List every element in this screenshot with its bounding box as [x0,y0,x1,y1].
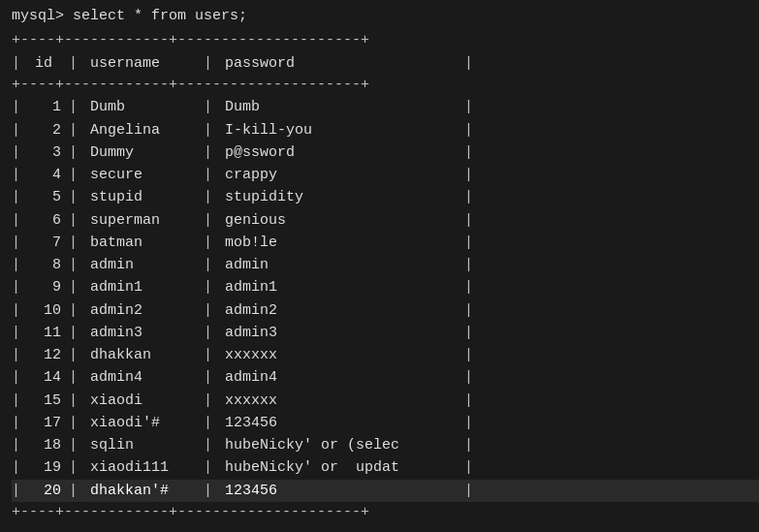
terminal-window: mysql> select * from users; +----+------… [8,8,759,523]
sep4: | [464,186,473,208]
table-row: | 6| superman | genious| [12,209,759,232]
cell-username: Dummy [78,141,204,164]
sep4: | [464,366,473,389]
sep3: | [204,366,212,389]
cell-id: 17 [20,412,69,434]
sep4: | [464,254,473,276]
cell-username: sqlin [78,434,204,456]
sep1: | [12,164,20,186]
header-id: id [20,52,69,75]
sep1: | [12,254,20,276]
sep1: | [12,344,20,366]
cell-password: 123456 [212,412,464,434]
sep2: | [69,390,78,412]
cell-password: hubeNicky' or updat [212,456,464,479]
table-row: |19| xiaodi111 | hubeNicky' or updat| [12,456,759,479]
sep2: | [69,344,78,366]
sep4: | [464,141,473,164]
cell-password: hubeNicky' or (selec [212,434,464,456]
cell-username: admin2 [78,299,204,322]
cell-username: admin4 [78,366,204,389]
cell-username: admin [78,254,204,276]
sep4: | [464,119,473,141]
sep3: | [204,254,212,276]
query-result-table: +----+------------+---------------------… [8,30,759,523]
table-row: |10| admin2 | admin2| [12,299,759,322]
cell-password: 123456 [212,480,464,502]
sep2: | [69,232,78,254]
cell-username: admin1 [78,276,204,298]
table-row: | 5| stupid | stupidity| [12,186,759,208]
sep3: | [204,456,212,479]
table-row: | 8| admin | admin| [12,254,759,276]
table-row: |17| xiaodi'# | 123456| [12,412,759,434]
sep1: | [12,480,20,502]
sep3: | [204,276,212,298]
sep2: | [69,276,78,298]
cell-id: 20 [20,480,69,502]
cell-username: Dumb [78,96,204,118]
header-password: password [212,52,464,75]
table-row: | 2| Angelina | I-kill-you| [12,119,759,141]
cell-id: 1 [20,96,69,118]
sep4: | [464,164,473,186]
cell-password: genious [212,209,464,232]
sep4: | [464,52,473,75]
cell-id: 5 [20,186,69,208]
cell-id: 4 [20,164,69,186]
cell-password: p@ssword [212,141,464,164]
cell-username: batman [78,232,204,254]
sep4: | [464,390,473,412]
sep3: | [204,96,212,118]
sep3: | [204,434,212,456]
table-row: | 3| Dummy | p@ssword| [12,141,759,164]
sep2: | [69,209,78,232]
sep3: | [204,164,212,186]
table-row: |15| xiaodi | xxxxxx| [12,390,759,412]
sep2: | [69,299,78,322]
sep3: | [204,299,212,322]
table-border-header: +----+------------+---------------------… [12,75,759,97]
cell-username: superman [78,209,204,232]
sep1: | [12,456,20,479]
sep1: | [12,412,20,434]
cell-password: admin [212,254,464,276]
sep2: | [69,141,78,164]
table-row: |18| sqlin | hubeNicky' or (selec| [12,434,759,456]
sep2: | [69,456,78,479]
sep4: | [464,96,473,118]
sep4: | [464,322,473,344]
sep4: | [464,456,473,479]
cell-username: admin3 [78,322,204,344]
sep3: | [204,209,212,232]
cell-password: admin1 [212,276,464,298]
cell-id: 14 [20,366,69,389]
sep3: | [204,232,212,254]
cell-password: I-kill-you [212,119,464,141]
sep2: | [69,186,78,208]
cell-username: secure [78,164,204,186]
sep1: | [12,366,20,389]
cell-username: xiaodi'# [78,412,204,434]
cell-username: stupid [78,186,204,208]
table-row: | 4| secure | crappy| [12,164,759,186]
cell-id: 8 [20,254,69,276]
table-row: |12| dhakkan | xxxxxx| [12,344,759,366]
cell-username: xiaodi111 [78,456,204,479]
sep3: | [204,412,212,434]
table-row: |11| admin3 | admin3| [12,322,759,344]
cell-password: admin4 [212,366,464,389]
sep2: | [69,254,78,276]
header-username: username [78,52,204,75]
sep3: | [204,390,212,412]
prompt-command: select * from users; [73,8,247,24]
sep3: | [204,52,212,75]
sep1: | [12,299,20,322]
sep1: | [12,232,20,254]
sep2: | [69,480,78,502]
cell-id: 18 [20,434,69,456]
sep3: | [204,322,212,344]
cell-username: Angelina [78,119,204,141]
cell-username: dhakkan [78,344,204,366]
sep2: | [69,366,78,389]
